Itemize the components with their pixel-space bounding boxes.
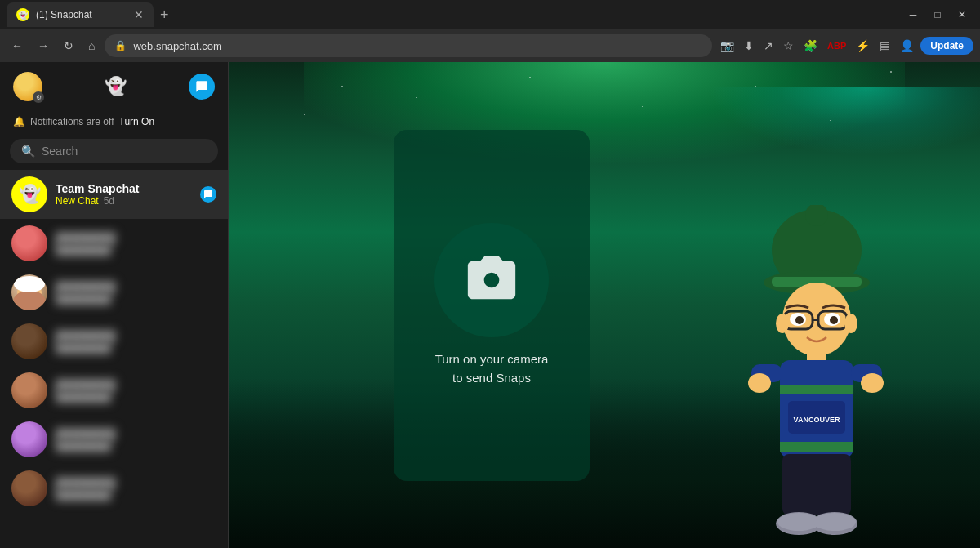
team-snapchat-avatar: 👻	[11, 176, 47, 212]
minimize-button[interactable]: ─	[902, 3, 924, 26]
sidebar-header: ⚙ 👻	[0, 62, 228, 111]
tab-title: (1) Snapchat	[36, 9, 127, 20]
share-icon[interactable]: ↗	[760, 36, 777, 56]
bitmoji-svg: VANCOUVER	[735, 205, 898, 548]
chat-info-2: ████████ ████████	[56, 232, 216, 256]
camera-card: Turn on your camera to send Snaps	[394, 130, 590, 481]
svg-point-14	[776, 314, 789, 333]
home-button[interactable]: ⌂	[83, 36, 100, 56]
camera-icon	[463, 252, 520, 309]
svg-point-30	[813, 513, 856, 531]
notification-text: Notifications are off	[30, 116, 114, 127]
close-window-button[interactable]: ✕	[951, 3, 973, 26]
settings-badge: ⚙	[33, 91, 44, 103]
team-snapchat-sub: New Chat	[56, 195, 99, 207]
download-icon[interactable]: ⬇	[741, 36, 757, 56]
chat-list: 👻 Team Snapchat New Chat 5d ████████	[0, 170, 228, 548]
window-controls: ─ □ ✕	[902, 3, 973, 26]
notification-bar: 🔔 Notifications are off Turn On	[0, 111, 228, 132]
new-tab-button[interactable]: +	[157, 3, 172, 27]
svg-rect-18	[780, 385, 853, 394]
tab-favicon: 👻	[16, 8, 29, 21]
chat-avatar-4	[11, 323, 47, 359]
adblock-icon[interactable]: ABP	[824, 38, 849, 54]
profile-icon[interactable]: 👤	[897, 36, 917, 56]
url-text: web.snapchat.com	[133, 40, 702, 52]
user-avatar-container[interactable]: ⚙	[13, 72, 42, 101]
chat-item-4[interactable]: ████████ ████████	[0, 317, 228, 366]
svg-point-13	[830, 316, 838, 324]
search-icon: 🔍	[21, 145, 35, 158]
nav-bar: ← → ↻ ⌂ 🔒 web.snapchat.com 📷 ⬇ ↗ ☆ 🧩 ABP…	[0, 29, 980, 62]
team-snapchat-time: 5d	[104, 195, 114, 207]
chat-name-3: ████████	[56, 281, 216, 293]
sidebar-toggle-icon[interactable]: ▤	[876, 36, 893, 56]
search-placeholder: Search	[42, 145, 78, 158]
chat-item-2[interactable]: ████████ ████████	[0, 219, 228, 268]
chat-sub-2: ████████	[56, 244, 216, 256]
svg-rect-19	[780, 442, 853, 452]
svg-point-12	[795, 316, 804, 324]
chat-avatar-5	[11, 372, 47, 408]
main-content: Turn on your camera to send Snaps	[229, 62, 980, 548]
camera-circle	[434, 223, 549, 337]
chat-name-5: ████████	[56, 379, 216, 391]
tab-bar: 👻 (1) Snapchat ✕ + ─ □ ✕	[0, 0, 980, 29]
chat-item-team-snapchat[interactable]: 👻 Team Snapchat New Chat 5d	[0, 170, 228, 219]
forward-button[interactable]: →	[33, 36, 54, 56]
active-tab[interactable]: 👻 (1) Snapchat ✕	[7, 2, 154, 27]
svg-point-25	[861, 373, 884, 393]
team-snapchat-info: Team Snapchat New Chat 5d	[56, 182, 192, 207]
app-content: ⚙ 👻 🔔 Notifications are off Turn On 🔍 Se…	[0, 62, 980, 548]
back-button[interactable]: ←	[7, 36, 28, 56]
bookmark-icon[interactable]: ☆	[780, 36, 797, 56]
chat-sub-6: ████████	[56, 440, 216, 452]
svg-point-24	[748, 373, 771, 393]
svg-point-15	[844, 314, 858, 333]
snapchat-logo: 👻	[105, 76, 127, 97]
toolbar-icons: 📷 ⬇ ↗ ☆ 🧩 ABP ⚡ ▤ 👤 Update	[717, 36, 973, 56]
chat-item-5[interactable]: ████████ ████████	[0, 366, 228, 415]
bitmoji-character: VANCOUVER	[735, 205, 898, 548]
camera-text: Turn on your camera to send Snaps	[435, 350, 549, 387]
update-button[interactable]: Update	[920, 37, 973, 55]
sidebar: ⚙ 👻 🔔 Notifications are off Turn On 🔍 Se…	[0, 62, 229, 548]
team-snapchat-badge	[200, 186, 216, 203]
chat-info-7: ████████ ████████	[56, 477, 216, 501]
turn-on-notifications-link[interactable]: Turn On	[119, 116, 155, 127]
lock-icon: 🔒	[114, 40, 127, 51]
browser-chrome: 👻 (1) Snapchat ✕ + ─ □ ✕ ← → ↻ ⌂ 🔒 web.s…	[0, 0, 980, 62]
new-chat-button[interactable]	[189, 74, 215, 100]
chat-info-5: ████████ ████████	[56, 379, 216, 403]
extensions-icon[interactable]: 🧩	[800, 36, 821, 56]
search-bar[interactable]: 🔍 Search	[10, 139, 218, 163]
tab-close-button[interactable]: ✕	[134, 9, 144, 20]
cast-icon[interactable]: 📷	[717, 36, 737, 56]
chat-info-4: ████████ ████████	[56, 330, 216, 354]
chat-name-2: ████████	[56, 232, 216, 244]
address-bar[interactable]: 🔒 web.snapchat.com	[105, 34, 712, 57]
chat-sub-3: ████████	[56, 293, 216, 305]
chat-name-6: ████████	[56, 428, 216, 440]
refresh-button[interactable]: ↻	[59, 36, 78, 56]
svg-text:VANCOUVER: VANCOUVER	[794, 416, 840, 424]
svg-rect-26	[782, 454, 851, 515]
chat-avatar-6	[11, 421, 47, 457]
chat-sub-7: ████████	[56, 489, 216, 501]
chat-item-3[interactable]: ████████ ████████	[0, 268, 228, 317]
chat-avatar-7	[11, 470, 47, 506]
team-snapchat-name: Team Snapchat	[56, 182, 192, 195]
chat-sub-4: ████████	[56, 342, 216, 354]
chat-sub-5: ████████	[56, 391, 216, 403]
chat-item-7[interactable]: ████████ ████████	[0, 464, 228, 513]
chat-info-6: ████████ ████████	[56, 428, 216, 452]
chat-info-3: ████████ ████████	[56, 281, 216, 305]
chat-avatar-2	[11, 225, 47, 261]
chat-name-7: ████████	[56, 477, 216, 489]
puzzle-icon[interactable]: ⚡	[853, 36, 873, 56]
maximize-button[interactable]: □	[926, 3, 949, 26]
chat-name-4: ████████	[56, 330, 216, 342]
chat-avatar-3	[11, 274, 47, 310]
bell-icon: 🔔	[13, 116, 25, 127]
chat-item-6[interactable]: ████████ ████████	[0, 415, 228, 464]
